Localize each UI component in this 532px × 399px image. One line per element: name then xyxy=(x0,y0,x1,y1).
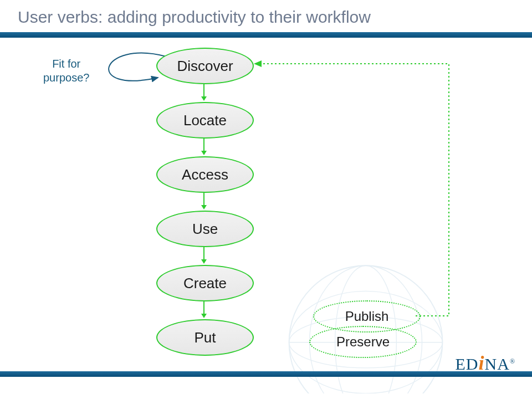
arrow-1 xyxy=(203,84,204,98)
arrow-3 xyxy=(203,193,204,206)
node-preserve: Preserve xyxy=(309,326,417,358)
arrow-4 xyxy=(203,247,204,260)
annot-line1: Fit for xyxy=(52,58,80,70)
node-use: Use xyxy=(156,211,254,247)
bottom-band xyxy=(0,371,532,377)
arrow-2 xyxy=(203,139,204,152)
annot-line2: purpose? xyxy=(43,71,89,84)
node-access: Access xyxy=(156,156,254,193)
fit-for-purpose-label: Fit for purpose? xyxy=(43,57,89,85)
node-discover: Discover xyxy=(156,48,254,84)
arrow-5 xyxy=(203,301,204,315)
slide: User verbs: adding productivity to their… xyxy=(0,0,532,399)
edina-logo: EDiNA® xyxy=(456,351,515,375)
node-locate: Locate xyxy=(156,102,254,139)
node-put: Put xyxy=(156,319,254,356)
node-create: Create xyxy=(156,265,254,301)
